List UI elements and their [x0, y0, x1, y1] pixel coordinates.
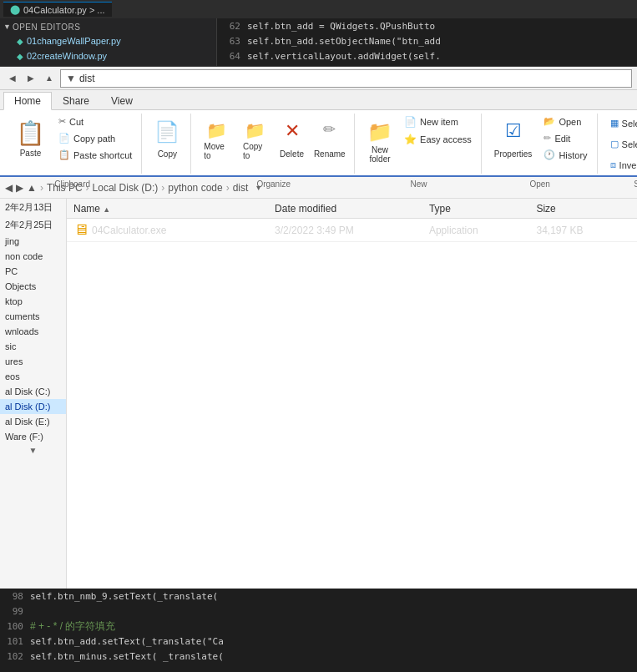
easy-access-label: Easy access	[420, 134, 472, 144]
up-button[interactable]: ▲	[42, 71, 57, 86]
header-name[interactable]: Name ▲	[67, 203, 268, 215]
clipboard-items: 📋 Paste ✂ Cut 📄 Copy path 📋 Paste	[8, 114, 136, 164]
paste-button[interactable]: 📋 Paste	[8, 114, 53, 164]
move-to-icon: 📁	[206, 120, 227, 140]
select-none-label: Select none	[622, 139, 637, 149]
sidebar-item[interactable]: ktop	[0, 294, 66, 309]
open-icon: 📂	[543, 116, 555, 127]
sidebar-item[interactable]: al Disk (D:)	[0, 399, 66, 414]
open-items: ☑ Properties 📂 Open ✏ Edit 🕐	[488, 114, 592, 163]
easy-access-button[interactable]: ⭐ Easy access	[400, 131, 476, 148]
header-date[interactable]: Date modified	[268, 203, 422, 215]
select-all-button[interactable]: ▦ Select all	[604, 114, 637, 133]
editor-file-item-2[interactable]: ◆ 02createWindow.py	[7, 48, 216, 63]
delete-button[interactable]: ✕ Delete	[276, 114, 309, 162]
new-item-button[interactable]: 📄 New item	[400, 114, 476, 130]
forward-button[interactable]: ▶	[23, 71, 38, 86]
copy-button[interactable]: 📄 Copy	[149, 114, 185, 162]
sidebar-item[interactable]: ures	[0, 354, 66, 369]
copy-path-button[interactable]: 📄 Copy path	[54, 130, 136, 146]
delete-icon: ✕	[285, 120, 300, 142]
sort-name-arrow: ▲	[103, 205, 110, 214]
back-button[interactable]: ◀	[5, 71, 20, 86]
sidebar-item[interactable]: al Disk (C:)	[0, 384, 66, 399]
sidebar-item[interactable]: Objects	[0, 279, 66, 294]
sidebar-item[interactable]: wnloads	[0, 324, 66, 339]
ribbon: 📋 Paste ✂ Cut 📄 Copy path 📋 Paste	[0, 110, 637, 177]
copy-items: 📄 Copy	[149, 114, 185, 162]
move-to-label: Move to	[204, 142, 230, 160]
sidebar-item[interactable]: Ware (F:)	[0, 429, 66, 444]
editor-filename-1: 01changeWallPaper.py	[27, 36, 121, 46]
sidebar-item[interactable]: al Disk (E:)	[0, 414, 66, 429]
sidebar-item[interactable]: jing	[0, 234, 66, 249]
paste-shortcut-button[interactable]: 📋 Paste shortcut	[54, 147, 136, 163]
organize-items: 📁 Move to 📁 Copy to ✕ Delete ✏ Rename	[198, 114, 349, 162]
file-date: 3/2/2022 3:49 PM	[268, 225, 422, 236]
active-tab-label: 04Calculator.py > ...	[23, 5, 105, 15]
sidebar-item[interactable]: PC	[0, 264, 66, 279]
new-folder-label: New folder	[367, 145, 392, 164]
new-item-icon: 📄	[404, 116, 417, 128]
invert-selection-label: Invert selection	[619, 160, 637, 170]
sidebar-scroll-down[interactable]: ▼	[0, 444, 66, 456]
address-path-text: dist	[79, 73, 95, 84]
cut-button[interactable]: ✂ Cut	[54, 114, 136, 129]
open-editors-list: ◆ 01changeWallPaper.py ◆ 02createWindow.…	[0, 33, 216, 63]
new-folder-button[interactable]: 📁 New folder	[361, 114, 398, 162]
code-line: 98self.btn_nmb_9.setText(_translate(	[0, 589, 637, 604]
paste-icon: 📋	[16, 119, 45, 147]
main-content: 2年2月13日2年2月25日jingnon codePCObjectsktopc…	[0, 199, 637, 589]
new-group: 📁 New folder 📄 New item ⭐ Easy access	[356, 114, 482, 174]
header-size-label: Size	[536, 203, 555, 215]
rename-icon: ✏	[323, 120, 336, 139]
file-size: 34,197 KB	[529, 225, 637, 236]
file-name: 04Calculator.exe	[92, 225, 166, 236]
file-list-header: Name ▲ Date modified Type Size	[67, 199, 637, 219]
editor-filename-2: 02createWindow.py	[27, 51, 107, 61]
sidebar-item[interactable]: non code	[0, 249, 66, 264]
edit-button[interactable]: ✏ Edit	[539, 130, 591, 146]
rename-label: Rename	[314, 149, 346, 159]
move-to-button[interactable]: 📁 Move to	[198, 114, 235, 162]
edit-label: Edit	[554, 134, 570, 144]
active-editor-tab[interactable]: ⬤ 04Calculator.py > ...	[3, 2, 112, 17]
invert-selection-button[interactable]: ⧈ Invert selection	[604, 155, 637, 174]
top-code-lines: 62self.btn_add = QWidgets.QPushButto63se…	[217, 18, 637, 63]
header-type-label: Type	[429, 203, 451, 215]
sidebar-item[interactable]: 2年2月25日	[0, 216, 66, 234]
clipboard-group: 📋 Paste ✂ Cut 📄 Copy path 📋 Paste	[3, 114, 142, 174]
properties-button[interactable]: ☑ Properties	[488, 114, 538, 162]
select-none-button[interactable]: ▢ Select none	[604, 134, 637, 154]
header-type[interactable]: Type	[422, 203, 530, 215]
ribbon-tabs-bar: Home Share View	[0, 90, 637, 110]
copy-to-button[interactable]: 📁 Copy to	[237, 114, 274, 162]
sidebar-item[interactable]: eos	[0, 369, 66, 384]
tab-view[interactable]: View	[100, 92, 144, 109]
history-button[interactable]: 🕐 History	[539, 147, 591, 163]
header-size[interactable]: Size	[529, 203, 637, 215]
editor-file-item[interactable]: ◆ 01changeWallPaper.py	[7, 33, 216, 48]
select-items: ▦ Select all ▢ Select none ⧈ Invert sele…	[604, 114, 637, 174]
clipboard-small-btns: ✂ Cut 📄 Copy path 📋 Paste shortcut	[54, 114, 136, 163]
tab-home[interactable]: Home	[3, 92, 52, 110]
invert-selection-icon: ⧈	[610, 159, 616, 170]
table-row[interactable]: 🖥 04Calculator.exe 3/2/2022 3:49 PM Appl…	[67, 219, 637, 242]
copy-path-icon: 📄	[58, 133, 70, 144]
open-button[interactable]: 📂 Open	[539, 114, 591, 129]
address-path-input[interactable]: ▼ dist	[60, 69, 632, 88]
rename-button[interactable]: ✏ Rename	[311, 114, 350, 162]
new-item-label: New item	[420, 117, 458, 127]
delete-label: Delete	[280, 149, 304, 159]
open-editors-section: ▼ OPEN EDITORS	[0, 20, 216, 33]
sidebar-item[interactable]: 2年2月13日	[0, 199, 66, 216]
sidebar-item[interactable]: sic	[0, 339, 66, 354]
sidebar-item[interactable]: cuments	[0, 309, 66, 324]
copy-icon: 📄	[154, 120, 179, 144]
select-group: ▦ Select all ▢ Select none ⧈ Invert sele…	[599, 114, 637, 174]
code-line: 100# + - * / 的字符填充	[0, 619, 637, 634]
code-line: 101self.btn_add.setText(_translate("Ca	[0, 634, 637, 649]
new-group-label: New	[356, 179, 481, 189]
tab-share[interactable]: Share	[52, 92, 100, 109]
top-code-editor: ⬤ 04Calculator.py > ... ▼ OPEN EDITORS ◆…	[0, 0, 637, 67]
